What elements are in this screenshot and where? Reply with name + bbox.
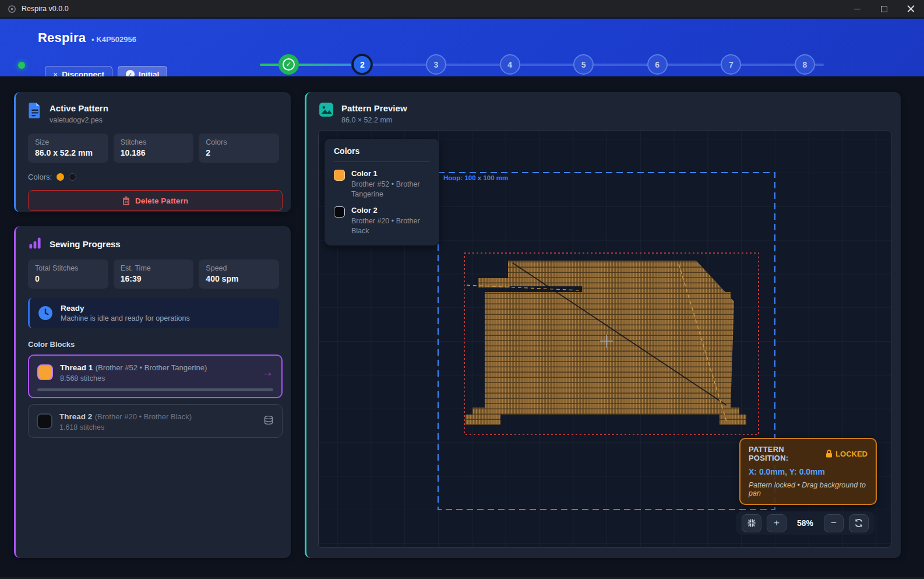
stat-value: 400 spm [206, 274, 272, 283]
image-icon [319, 102, 334, 117]
plus-icon: + [774, 517, 780, 529]
zoom-toolbar: + 58% − [736, 511, 874, 535]
active-pattern-title: Active Pattern [50, 102, 108, 113]
status-description: Machine is idle and ready for operations [61, 314, 190, 322]
pattern-dimensions: 86.0 × 52.2 mm [341, 116, 407, 124]
legend-color-desc: Brother #20 • Brother Black [351, 216, 430, 236]
fit-to-view-button[interactable] [742, 514, 761, 532]
active-pattern-card: Active Pattern valetudogv2.pes Size 86.0… [14, 92, 291, 212]
stat-label: Est. Time [121, 264, 187, 272]
maximize-icon [881, 6, 887, 12]
thread-name: Thread 2 [59, 412, 92, 421]
locked-badge: LOCKED [835, 450, 867, 458]
legend-color-desc: Brother #52 • Brother Tangerine [351, 180, 430, 199]
machine-serial: • K4P502956 [91, 35, 136, 44]
bar-chart-icon [28, 236, 42, 250]
brand-title: Respira [38, 30, 86, 45]
pattern-preview-title: Pattern Preview [341, 102, 407, 113]
stat-label: Colors [206, 138, 272, 146]
zoom-out-button[interactable]: − [824, 514, 844, 532]
connection-status-dot [18, 62, 25, 69]
step-circle: 7 [721, 54, 741, 75]
thread-detail: (Brother #20 • Brother Black) [95, 412, 192, 421]
stat-label: Total Stitches [35, 264, 101, 272]
stat-value: 86.0 x 52.2 mm [35, 148, 101, 157]
legend-color-name: Color 1 [351, 169, 430, 178]
thread-2-block[interactable]: Thread 2 (Brother #20 • Brother Black) 1… [28, 404, 283, 438]
pattern-coordinates: X: 0.0mm, Y: 0.0mm [749, 467, 867, 476]
layers-stack-icon [263, 415, 274, 428]
app-header: Respira • K4P502956 × Disconnect ✓ Initi… [0, 19, 924, 76]
arrow-right-icon: → [262, 366, 273, 379]
stat-total-stitches: Total Stitches 0 [28, 259, 108, 289]
stat-value: 0 [35, 274, 101, 283]
lock-icon [826, 450, 833, 458]
thread-stitch-count: 1.618 stitches [59, 423, 192, 431]
maximize-button[interactable] [870, 0, 897, 17]
machine-status-banner: Ready Machine is idle and ready for oper… [28, 298, 279, 328]
step-circle-done: ✓ [278, 54, 299, 75]
stat-label: Stitches [121, 138, 187, 146]
legend-color-name: Color 2 [351, 206, 430, 215]
thread-name: Thread 1 [60, 363, 93, 372]
close-icon [907, 5, 915, 13]
color-dot-black [69, 173, 76, 181]
step-circle: 3 [426, 54, 446, 75]
zoom-in-button[interactable]: + [767, 514, 787, 532]
minimize-button[interactable] [844, 0, 870, 17]
stat-stitches: Stitches 10.186 [114, 134, 194, 163]
zoom-level: 58% [792, 518, 819, 528]
stat-value: 16:39 [121, 274, 187, 283]
step-circle: 4 [500, 54, 520, 75]
refresh-icon [854, 518, 863, 528]
stat-size: Size 86.0 x 52.2 mm [28, 134, 108, 163]
delete-pattern-button[interactable]: Delete Pattern [28, 190, 283, 211]
color-dot-tangerine [57, 173, 64, 181]
app-icon [8, 5, 16, 13]
legend-item-color-2: Color 2 Brother #20 • Brother Black [334, 206, 430, 236]
thread-2-swatch [37, 413, 52, 429]
clock-icon [38, 306, 53, 321]
sewing-progress-card: Sewing Progress Total Stitches 0 Est. Ti… [14, 226, 291, 558]
minus-icon: − [831, 517, 837, 529]
stat-label: Speed [206, 264, 272, 272]
app-window: Respira v0.0.0 Respira • K4P502956 × Dis… [0, 0, 924, 579]
step-circle-active: 2 [352, 54, 372, 75]
pattern-position-label: PATTERN POSITION: [749, 445, 826, 462]
reset-view-button[interactable] [849, 514, 869, 532]
close-button[interactable] [897, 0, 924, 17]
legend-item-color-1: Color 1 Brother #52 • Brother Tangerine [334, 169, 430, 199]
thread-1-progress-bar [37, 388, 273, 391]
stat-speed: Speed 400 spm [199, 259, 279, 289]
thread-stitch-count: 8.568 stitches [60, 374, 207, 383]
colors-label: Colors: [28, 173, 52, 181]
delete-pattern-label: Delete Pattern [135, 196, 188, 205]
step-circle: 8 [795, 54, 815, 75]
thread-detail: (Brother #52 • Brother Tangerine) [96, 363, 207, 372]
minimize-icon [854, 9, 860, 9]
legend-swatch-tangerine [334, 170, 345, 181]
stat-value: 10.186 [121, 148, 187, 157]
pattern-preview-card: Pattern Preview 86.0 × 52.2 mm [305, 92, 901, 558]
step-circle: 5 [573, 54, 594, 75]
hoop-label: Hoop: 100 x 100 mm [443, 174, 508, 181]
trash-icon [122, 196, 130, 205]
thread-1-block[interactable]: Thread 1 (Brother #52 • Brother Tangerin… [28, 355, 283, 398]
color-blocks-label: Color Blocks [16, 328, 291, 349]
status-title: Ready [61, 304, 190, 313]
check-icon: ✓ [283, 58, 295, 71]
preview-canvas[interactable]: Hoop: 100 x 100 mm [318, 131, 891, 548]
step-circle: 6 [647, 54, 668, 75]
embroidery-pattern[interactable] [465, 261, 746, 425]
pattern-position-overlay: PATTERN POSITION: LOCKED X: 0.0mm, Y: 0.… [739, 438, 877, 505]
legend-title: Colors [334, 146, 430, 156]
pattern-lock-hint: Pattern locked • Drag background to pan [749, 481, 867, 497]
window-title: Respira v0.0.0 [22, 5, 69, 13]
file-icon [28, 102, 42, 118]
sewing-progress-title: Sewing Progress [50, 238, 121, 249]
title-bar: Respira v0.0.0 [0, 0, 924, 18]
legend-swatch-black [334, 206, 345, 217]
color-legend: Colors Color 1 Brother #52 • Brother Tan… [325, 139, 439, 245]
thread-1-swatch [37, 364, 53, 380]
main-content: Active Pattern valetudogv2.pes Size 86.0… [0, 76, 924, 579]
